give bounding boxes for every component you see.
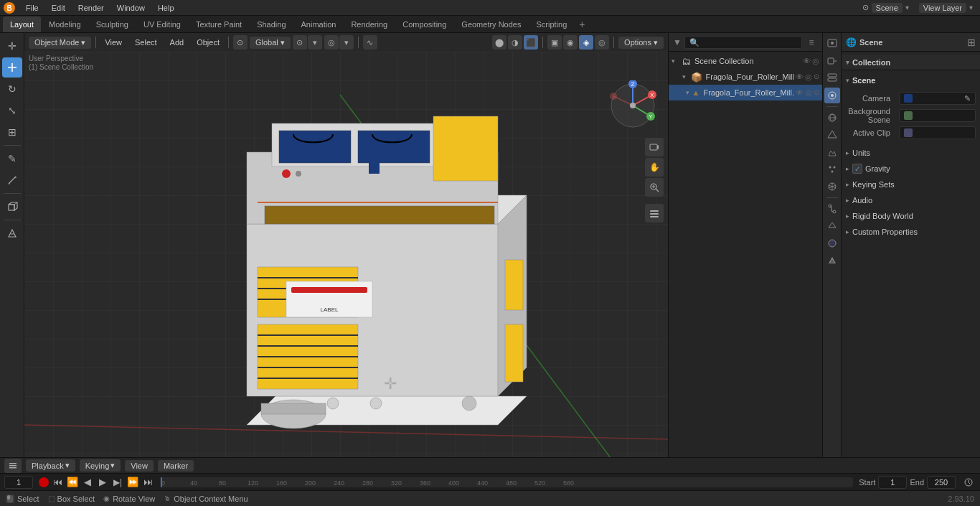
world-properties-icon[interactable] [824, 110, 840, 126]
menu-render[interactable]: Render [72, 2, 110, 14]
transform-pivot-button[interactable]: ⊙ [233, 35, 248, 50]
record-button[interactable] [39, 477, 49, 487]
properties-options-icon[interactable]: ⊞ [967, 37, 976, 48]
material-properties-icon[interactable] [824, 235, 840, 251]
tab-shading[interactable]: Shading [250, 17, 293, 32]
background-scene-selector[interactable] [899, 109, 976, 122]
tab-scripting[interactable]: Scripting [529, 17, 574, 32]
end-frame-input[interactable] [927, 476, 956, 489]
viewport-shading-solid[interactable]: ⬤ [492, 35, 507, 50]
tab-geometry-nodes[interactable]: Geometry Nodes [454, 17, 528, 32]
gravity-checkbox[interactable]: ✓ [852, 164, 862, 174]
scene-collection-overlay-button[interactable] [645, 204, 664, 222]
add-menu-button[interactable]: Add [166, 37, 189, 48]
object-properties-icon[interactable] [824, 127, 840, 143]
tab-compositing[interactable]: Compositing [395, 17, 453, 32]
add-cube-button[interactable] [2, 197, 22, 217]
select-menu-button[interactable]: Select [131, 37, 161, 48]
units-row[interactable]: ▸ Units [842, 145, 980, 161]
menu-file[interactable]: File [20, 2, 44, 14]
collection-section-header[interactable]: ▾ Collection [842, 55, 980, 70]
add-workspace-button[interactable]: + [575, 17, 589, 32]
gravity-row[interactable]: ▸ ✓ Gravity [842, 161, 980, 177]
outliner-search-input[interactable] [684, 36, 802, 49]
modifier-properties-icon[interactable] [824, 144, 840, 160]
play-button[interactable]: ▶ [96, 476, 109, 489]
mesh-render-icon[interactable]: ◎ [805, 88, 812, 98]
constraints-properties-icon[interactable] [824, 201, 840, 217]
measure-tool-button[interactable] [2, 170, 22, 190]
zoom-button[interactable] [645, 178, 664, 197]
item-extra-icon[interactable]: ⊙ [814, 72, 819, 82]
camera-edit-icon[interactable]: ✎ [964, 94, 971, 103]
outliner-item-fragola[interactable]: ▾ 📦 Fragola_Four_Roller_Mill 👁 ◎ ⊙ [669, 69, 822, 85]
menu-window[interactable]: Window [111, 2, 151, 14]
playback-menu-button[interactable]: Playback ▾ [26, 459, 75, 472]
item-render-icon[interactable]: ◎ [805, 72, 812, 82]
active-clip-selector[interactable] [899, 126, 976, 139]
output-properties-icon[interactable] [824, 53, 840, 69]
outliner-item-fragola-mesh[interactable]: ▾ ▲ Fragola_Four_Roller_Mill. 👁 ◎ ⊙ [669, 85, 822, 100]
shader-properties-icon[interactable] [824, 253, 840, 268]
view-menu-button[interactable]: View [100, 37, 126, 48]
scene-properties-icon[interactable] [824, 88, 840, 103]
proportional-options-button[interactable]: ▾ [339, 35, 354, 50]
graph-icon-button[interactable]: ∿ [363, 35, 377, 50]
rigid-body-world-row[interactable]: ▸ Rigid Body World [842, 208, 980, 224]
menu-help[interactable]: Help [152, 2, 180, 14]
scale-tool-button[interactable]: ⤡ [2, 100, 22, 121]
view-layer-properties-icon[interactable] [824, 70, 840, 86]
camera-view-button[interactable] [645, 138, 664, 156]
mesh-extra-icon[interactable]: ⊙ [814, 88, 819, 98]
snap-options-button[interactable]: ▾ [308, 35, 322, 50]
viewport-3d[interactable]: Object Mode ▾ View Select Add Object ⊙ G… [24, 33, 668, 457]
view-layer-selector[interactable]: View Layer [919, 3, 966, 13]
xray-button[interactable]: ⬛ [524, 35, 538, 50]
particles-properties-icon[interactable] [824, 161, 840, 177]
timeline-ruler[interactable]: 0 40 80 120 160 200 240 280 320 360 400 … [160, 477, 853, 487]
scene-collection-camera-icon[interactable]: ◎ [812, 57, 819, 66]
jump-to-start-button[interactable]: ⏮ [51, 476, 64, 489]
marker-menu-button[interactable]: Marker [158, 460, 194, 472]
cursor-tool-button[interactable]: ✛ [2, 36, 22, 56]
render-properties-icon[interactable] [824, 36, 840, 52]
current-frame-input[interactable] [4, 476, 33, 489]
item-eye-icon[interactable]: 👁 [796, 72, 804, 82]
outliner-scene-collection[interactable]: ▾ 🗂 Scene Collection 👁 ◎ [669, 53, 822, 69]
tab-layout[interactable]: Layout [3, 17, 41, 32]
annotate-tool-button[interactable]: ✎ [2, 149, 22, 169]
scene-canvas[interactable]: LABEL ✛ [24, 52, 668, 457]
tab-rendering[interactable]: Rendering [344, 17, 395, 32]
tab-sculpting[interactable]: Sculpting [89, 17, 136, 32]
tab-texture-paint[interactable]: Texture Paint [189, 17, 249, 32]
audio-row[interactable]: ▸ Audio [842, 192, 980, 208]
scene-group-header[interactable]: ▾ Scene [846, 73, 976, 88]
wire-display-button[interactable]: ▣ [547, 35, 562, 50]
jump-to-keyframe-next-button[interactable]: ⏩ [126, 476, 139, 489]
options-button[interactable]: Options ▾ [618, 37, 664, 49]
step-back-button[interactable]: ◀ [81, 476, 94, 489]
custom-properties-row[interactable]: ▸ Custom Properties [842, 224, 980, 240]
outliner-filter-icon[interactable]: ▼ [673, 37, 682, 47]
menu-edit[interactable]: Edit [46, 2, 71, 14]
material-display-button[interactable]: ◈ [579, 35, 593, 50]
camera-value-selector[interactable]: ✎ [899, 92, 976, 105]
viewport-overlay-button[interactable]: ◑ [508, 35, 522, 50]
outliner-filter-button[interactable]: ≡ [805, 36, 818, 49]
solid-display-button[interactable]: ◉ [563, 35, 578, 50]
tab-modeling[interactable]: Modeling [42, 17, 88, 32]
tab-uv-editing[interactable]: UV Editing [136, 17, 188, 32]
extra-tool-button[interactable] [2, 223, 22, 243]
mesh-eye-icon[interactable]: 👁 [796, 88, 804, 98]
data-properties-icon[interactable] [824, 218, 840, 234]
transform-tool-button[interactable]: ⊞ [2, 122, 22, 142]
rotate-tool-button[interactable]: ↻ [2, 79, 22, 99]
timeline-menu-icon[interactable] [4, 459, 22, 473]
proportional-edit-button[interactable]: ◎ [324, 35, 339, 50]
keying-menu-button[interactable]: Keying ▾ [80, 459, 121, 472]
rendered-display-button[interactable]: ◎ [595, 35, 609, 50]
snap-button[interactable]: ⊙ [293, 35, 307, 50]
step-forward-button[interactable]: ▶| [111, 476, 124, 489]
move-tool-button[interactable] [2, 57, 22, 78]
jump-to-end-button[interactable]: ⏭ [141, 476, 154, 489]
